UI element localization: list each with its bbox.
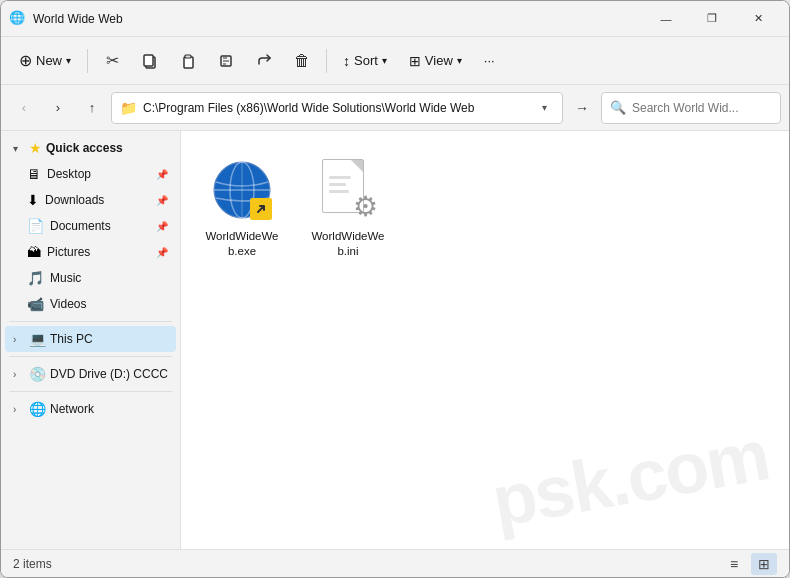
network-header[interactable]: › 🌐 Network	[5, 396, 176, 422]
search-input[interactable]	[632, 101, 762, 115]
address-dropdown-icon[interactable]: ▾	[534, 102, 554, 113]
sidebar-item-pictures[interactable]: 🏔 Pictures 📌	[5, 239, 176, 265]
exe-icon	[212, 160, 272, 220]
new-dropdown-icon: ▾	[66, 55, 71, 66]
this-pc-section: › 💻 This PC	[1, 326, 180, 352]
watermark: psk.com	[486, 413, 774, 542]
svg-rect-1	[144, 55, 153, 66]
exe-icon-wrap	[207, 155, 277, 225]
videos-icon: 📹	[27, 296, 44, 312]
sidebar: ▾ ★ Quick access 🖥 Desktop 📌 ⬇ Downloads…	[1, 131, 181, 549]
documents-icon: 📄	[27, 218, 44, 234]
search-box[interactable]: 🔍	[601, 92, 781, 124]
sidebar-divider-3	[9, 391, 172, 392]
address-bar: ‹ › ↑ 📁 ▾ → 🔍	[1, 85, 789, 131]
sidebar-item-downloads[interactable]: ⬇ Downloads 📌	[5, 187, 176, 213]
folder-icon: 📁	[120, 100, 137, 116]
sidebar-item-downloads-label: Downloads	[45, 193, 150, 207]
new-label: New	[36, 53, 62, 68]
view-dropdown-icon: ▾	[457, 55, 462, 66]
sidebar-divider-1	[9, 321, 172, 322]
view-button[interactable]: ⊞ View ▾	[399, 43, 472, 79]
ini-line-3	[329, 190, 349, 193]
this-pc-header[interactable]: › 💻 This PC	[5, 326, 176, 352]
quick-access-section: ▾ ★ Quick access 🖥 Desktop 📌 ⬇ Downloads…	[1, 135, 180, 317]
exe-file-name: WorldWideWeb.exe	[205, 229, 279, 259]
delete-button[interactable]: 🗑	[284, 43, 320, 79]
documents-pin-icon: 📌	[156, 221, 168, 232]
quick-access-star-icon: ★	[29, 140, 42, 156]
toolbar: ⊕ New ▾ ✂	[1, 37, 789, 85]
sidebar-item-pictures-label: Pictures	[47, 245, 150, 259]
refresh-button[interactable]: →	[567, 93, 597, 123]
ini-file-name: WorldWideWeb.ini	[311, 229, 385, 259]
sidebar-divider-2	[9, 356, 172, 357]
sidebar-item-music[interactable]: 🎵 Music	[5, 265, 176, 291]
status-view-buttons: ≡ ⊞	[721, 553, 777, 575]
back-button[interactable]: ‹	[9, 93, 39, 123]
rename-button[interactable]	[208, 43, 244, 79]
paste-button[interactable]	[170, 43, 206, 79]
new-button[interactable]: ⊕ New ▾	[9, 43, 81, 79]
sidebar-item-videos[interactable]: 📹 Videos	[5, 291, 176, 317]
this-pc-chevron: ›	[13, 334, 25, 345]
sidebar-item-documents-label: Documents	[50, 219, 150, 233]
sidebar-item-desktop-label: Desktop	[47, 167, 150, 181]
file-item-ini[interactable]: ⚙ WorldWideWeb.ini	[303, 147, 393, 267]
rename-icon	[218, 53, 234, 69]
more-label: ···	[484, 53, 495, 68]
cut-button[interactable]: ✂	[94, 43, 130, 79]
music-icon: 🎵	[27, 270, 44, 286]
status-text: 2 items	[13, 557, 52, 571]
list-view-button[interactable]: ≡	[721, 553, 747, 575]
share-icon	[256, 53, 272, 69]
quick-access-chevron: ▾	[13, 143, 25, 154]
grid-view-button[interactable]: ⊞	[751, 553, 777, 575]
pictures-icon: 🏔	[27, 244, 41, 260]
sort-button[interactable]: ↕ Sort ▾	[333, 43, 397, 79]
this-pc-icon: 💻	[29, 331, 46, 347]
network-chevron: ›	[13, 404, 25, 415]
sidebar-item-documents[interactable]: 📄 Documents 📌	[5, 213, 176, 239]
window-controls: — ❐ ✕	[643, 3, 781, 35]
ini-line-1	[329, 176, 351, 179]
address-input[interactable]	[143, 101, 528, 115]
ini-icon-wrap: ⚙	[313, 155, 383, 225]
ini-line-2	[329, 183, 346, 186]
main-content: ▾ ★ Quick access 🖥 Desktop 📌 ⬇ Downloads…	[1, 131, 789, 549]
quick-access-header[interactable]: ▾ ★ Quick access	[5, 135, 176, 161]
status-bar: 2 items ≡ ⊞	[1, 549, 789, 577]
this-pc-label: This PC	[50, 332, 168, 346]
window-title: World Wide Web	[33, 12, 643, 26]
close-button[interactable]: ✕	[735, 3, 781, 35]
sort-dropdown-icon: ▾	[382, 55, 387, 66]
dvd-icon: 💿	[29, 366, 46, 382]
sort-icon: ↕	[343, 53, 350, 69]
quick-access-label: Quick access	[46, 141, 123, 155]
network-section: › 🌐 Network	[1, 396, 180, 422]
more-button[interactable]: ···	[474, 43, 505, 79]
minimize-button[interactable]: —	[643, 3, 689, 35]
copy-icon	[142, 53, 158, 69]
view-icon: ⊞	[409, 53, 421, 69]
forward-button[interactable]: ›	[43, 93, 73, 123]
svg-rect-3	[185, 55, 191, 58]
file-item-exe[interactable]: WorldWideWeb.exe	[197, 147, 287, 267]
up-button[interactable]: ↑	[77, 93, 107, 123]
pictures-pin-icon: 📌	[156, 247, 168, 258]
view-label: View	[425, 53, 453, 68]
ini-icon: ⚙	[318, 159, 378, 221]
quick-access-items: 🖥 Desktop 📌 ⬇ Downloads 📌 📄 Documents 📌	[1, 161, 180, 317]
dvd-header[interactable]: › 💿 DVD Drive (D:) CCCC	[5, 361, 176, 387]
share-button[interactable]	[246, 43, 282, 79]
downloads-pin-icon: 📌	[156, 195, 168, 206]
files-grid: WorldWideWeb.exe	[197, 147, 773, 267]
window-icon: 🌐	[9, 10, 27, 28]
dvd-label: DVD Drive (D:) CCCC	[50, 367, 168, 381]
sidebar-item-desktop[interactable]: 🖥 Desktop 📌	[5, 161, 176, 187]
address-input-wrap[interactable]: 📁 ▾	[111, 92, 563, 124]
desktop-icon: 🖥	[27, 166, 41, 182]
copy-button[interactable]	[132, 43, 168, 79]
maximize-button[interactable]: ❐	[689, 3, 735, 35]
search-icon: 🔍	[610, 100, 626, 115]
